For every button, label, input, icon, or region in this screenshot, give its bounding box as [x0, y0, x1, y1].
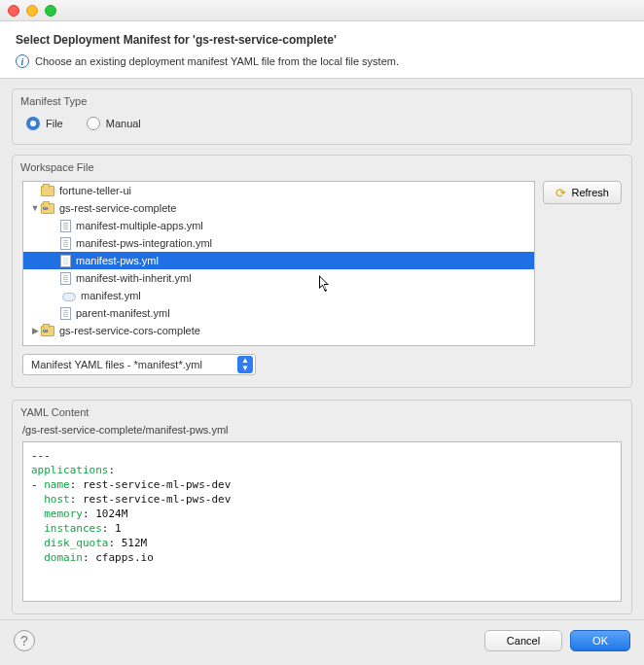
workspace-file-section: Workspace File fortune-teller-ui ▼ ᴳˢ gs… [12, 155, 632, 388]
radio-file-label: File [46, 118, 63, 129]
file-filter-select[interactable]: Manifest YAML files - *manifest*.yml ▲▼ [22, 354, 256, 375]
yaml-content-section: YAML Content /gs-rest-service-complete/m… [12, 400, 632, 614]
cancel-button[interactable]: Cancel [484, 630, 562, 651]
refresh-label: Refresh [571, 187, 609, 198]
yaml-content-viewer[interactable]: --- applications: - name: rest-service-m… [22, 441, 622, 602]
tree-item-file[interactable]: manifest.yml [23, 287, 534, 304]
yaml-content-label: YAML Content [13, 401, 631, 422]
tree-label: manifest-pws-integration.yml [76, 237, 212, 249]
file-icon [60, 255, 71, 267]
folder-icon [41, 186, 54, 196]
tree-item-file-selected[interactable]: manifest-pws.yml [23, 252, 534, 269]
radio-manual-label: Manual [106, 118, 141, 129]
tree-item-fortune-teller[interactable]: fortune-teller-ui [23, 182, 534, 199]
tree-label: manifest-pws.yml [76, 255, 159, 266]
dialog-footer: ? Cancel OK [0, 619, 644, 665]
file-icon [60, 237, 71, 250]
tree-item-file[interactable]: manifest-multiple-apps.yml [23, 217, 534, 234]
refresh-button[interactable]: ⟳ Refresh [543, 181, 622, 204]
tree-item-project[interactable]: ▼ ᴳˢ gs-rest-service-complete [23, 199, 534, 217]
radio-file[interactable]: File [26, 117, 63, 130]
radio-checked-icon [26, 117, 40, 130]
tree-item-file[interactable]: parent-manifest.yml [23, 304, 534, 322]
cloud-icon [60, 291, 76, 300]
project-folder-icon: ᴳˢ [41, 203, 54, 214]
workspace-file-label: Workspace File [13, 156, 631, 177]
file-tree[interactable]: fortune-teller-ui ▼ ᴳˢ gs-rest-service-c… [22, 181, 535, 346]
tree-label: gs-rest-service-cors-complete [59, 325, 200, 336]
yaml-file-path: /gs-rest-service-complete/manifest-pws.y… [13, 422, 631, 441]
window-close-button[interactable] [8, 5, 19, 17]
window-zoom-button[interactable] [45, 5, 56, 17]
manifest-type-section: Manifest Type File Manual [12, 88, 632, 145]
tree-label: fortune-teller-ui [59, 185, 131, 196]
tree-label: manifest.yml [81, 290, 141, 301]
file-icon [60, 307, 71, 320]
file-filter-value: Manifest YAML files - *manifest*.yml [31, 359, 202, 370]
dialog-subtitle: Choose an existing deployment manifest Y… [35, 55, 399, 67]
window-minimize-button[interactable] [26, 5, 38, 17]
tree-label: gs-rest-service-complete [59, 202, 176, 214]
manifest-type-label: Manifest Type [13, 89, 631, 111]
disclosure-closed-icon: ▶ [29, 326, 41, 335]
radio-unchecked-icon [87, 117, 100, 130]
tree-label: parent-manifest.yml [76, 307, 170, 319]
refresh-icon: ⟳ [555, 186, 566, 200]
window-titlebar [0, 0, 644, 21]
info-icon: i [16, 54, 29, 68]
file-icon [60, 220, 71, 232]
help-button[interactable]: ? [14, 630, 35, 651]
radio-manual[interactable]: Manual [87, 117, 141, 130]
dialog-header: Select Deployment Manifest for 'gs-rest-… [0, 21, 644, 79]
file-icon [60, 272, 71, 285]
select-arrows-icon: ▲▼ [237, 356, 253, 373]
tree-item-file[interactable]: manifest-pws-integration.yml [23, 234, 534, 252]
tree-label: manifest-with-inherit.yml [76, 272, 192, 284]
tree-label: manifest-multiple-apps.yml [76, 220, 203, 231]
ok-button[interactable]: OK [570, 630, 630, 651]
disclosure-open-icon: ▼ [29, 203, 41, 213]
dialog-title: Select Deployment Manifest for 'gs-rest-… [16, 33, 628, 47]
project-folder-icon: ᴳˢ [41, 326, 54, 336]
tree-item-project2[interactable]: ▶ ᴳˢ gs-rest-service-cors-complete [23, 322, 534, 339]
tree-item-file[interactable]: manifest-with-inherit.yml [23, 269, 534, 287]
